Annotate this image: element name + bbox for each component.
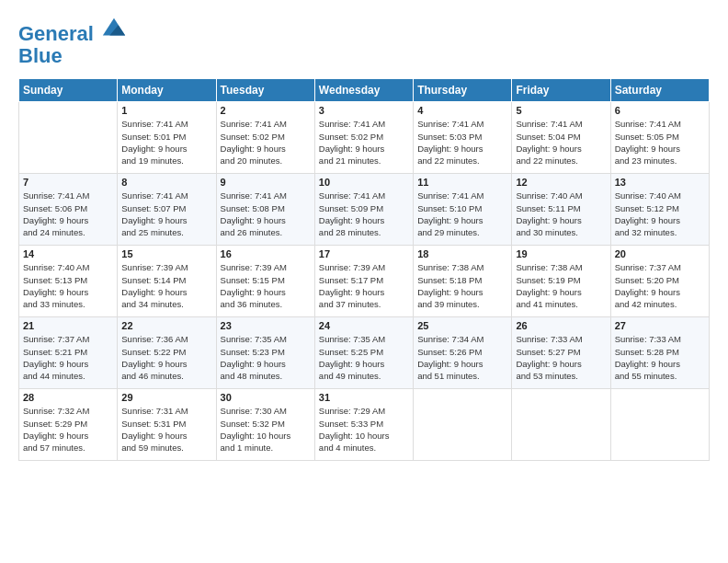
day-detail: Sunrise: 7:39 AMSunset: 5:14 PMDaylight:… [121, 261, 211, 310]
calendar-header-row: SundayMondayTuesdayWednesdayThursdayFrid… [19, 79, 710, 102]
calendar-cell: 11Sunrise: 7:41 AMSunset: 5:10 PMDayligh… [414, 174, 512, 246]
calendar-week-row: 14Sunrise: 7:40 AMSunset: 5:13 PMDayligh… [19, 246, 710, 317]
calendar-cell: 8Sunrise: 7:41 AMSunset: 5:07 PMDaylight… [118, 174, 216, 246]
day-number: 25 [417, 320, 507, 331]
day-detail: Sunrise: 7:41 AMSunset: 5:10 PMDaylight:… [417, 190, 507, 238]
day-detail: Sunrise: 7:41 AMSunset: 5:02 PMDaylight:… [319, 118, 409, 167]
day-number: 29 [121, 392, 211, 403]
calendar-header-cell: Saturday [610, 79, 709, 102]
calendar-week-row: 7Sunrise: 7:41 AMSunset: 5:06 PMDaylight… [19, 174, 710, 246]
calendar-cell [19, 102, 118, 174]
calendar-cell: 4Sunrise: 7:41 AMSunset: 5:03 PMDaylight… [414, 102, 512, 174]
day-detail: Sunrise: 7:34 AMSunset: 5:26 PMDaylight:… [417, 333, 507, 382]
calendar-cell: 16Sunrise: 7:39 AMSunset: 5:15 PMDayligh… [216, 246, 314, 317]
day-number: 27 [615, 320, 705, 331]
calendar-cell: 29Sunrise: 7:31 AMSunset: 5:31 PMDayligh… [118, 389, 216, 461]
calendar-cell: 24Sunrise: 7:35 AMSunset: 5:25 PMDayligh… [314, 317, 413, 389]
calendar-cell: 23Sunrise: 7:35 AMSunset: 5:23 PMDayligh… [216, 317, 314, 389]
calendar-cell: 28Sunrise: 7:32 AMSunset: 5:29 PMDayligh… [19, 389, 118, 461]
calendar-cell: 15Sunrise: 7:39 AMSunset: 5:14 PMDayligh… [118, 246, 216, 317]
calendar-header-cell: Friday [512, 79, 610, 102]
day-number: 13 [615, 177, 705, 188]
calendar-cell: 27Sunrise: 7:33 AMSunset: 5:28 PMDayligh… [610, 317, 709, 389]
calendar-cell: 12Sunrise: 7:40 AMSunset: 5:11 PMDayligh… [512, 174, 610, 246]
day-detail: Sunrise: 7:41 AMSunset: 5:04 PMDaylight:… [516, 118, 606, 167]
day-detail: Sunrise: 7:41 AMSunset: 5:06 PMDaylight:… [23, 190, 113, 238]
day-number: 2 [221, 105, 311, 116]
day-number: 8 [121, 177, 211, 188]
day-number: 31 [319, 392, 409, 403]
day-detail: Sunrise: 7:35 AMSunset: 5:23 PMDaylight:… [221, 333, 311, 382]
calendar-cell [610, 389, 709, 461]
day-number: 23 [221, 320, 311, 331]
calendar-week-row: 21Sunrise: 7:37 AMSunset: 5:21 PMDayligh… [19, 317, 710, 389]
day-number: 20 [615, 248, 705, 259]
day-detail: Sunrise: 7:37 AMSunset: 5:21 PMDaylight:… [23, 333, 113, 382]
calendar-header-cell: Tuesday [216, 79, 314, 102]
day-detail: Sunrise: 7:39 AMSunset: 5:15 PMDaylight:… [221, 261, 311, 310]
calendar-header-cell: Wednesday [314, 79, 413, 102]
day-detail: Sunrise: 7:32 AMSunset: 5:29 PMDaylight:… [23, 405, 113, 454]
day-number: 1 [121, 105, 211, 116]
day-detail: Sunrise: 7:41 AMSunset: 5:08 PMDaylight:… [221, 190, 311, 238]
day-detail: Sunrise: 7:40 AMSunset: 5:11 PMDaylight:… [516, 190, 606, 238]
logo-icon [101, 15, 127, 40]
day-number: 4 [417, 105, 507, 116]
calendar-cell: 30Sunrise: 7:30 AMSunset: 5:32 PMDayligh… [216, 389, 314, 461]
calendar-cell: 21Sunrise: 7:37 AMSunset: 5:21 PMDayligh… [19, 317, 118, 389]
calendar-cell [414, 389, 512, 461]
day-detail: Sunrise: 7:41 AMSunset: 5:01 PMDaylight:… [121, 118, 211, 167]
calendar-cell: 22Sunrise: 7:36 AMSunset: 5:22 PMDayligh… [118, 317, 216, 389]
calendar-cell: 14Sunrise: 7:40 AMSunset: 5:13 PMDayligh… [19, 246, 118, 317]
day-number: 6 [615, 105, 705, 116]
day-detail: Sunrise: 7:41 AMSunset: 5:05 PMDaylight:… [615, 118, 705, 167]
day-number: 30 [221, 392, 311, 403]
calendar-cell: 25Sunrise: 7:34 AMSunset: 5:26 PMDayligh… [414, 317, 512, 389]
calendar-cell: 19Sunrise: 7:38 AMSunset: 5:19 PMDayligh… [512, 246, 610, 317]
day-number: 24 [319, 320, 409, 331]
day-number: 22 [121, 320, 211, 331]
calendar-cell: 5Sunrise: 7:41 AMSunset: 5:04 PMDaylight… [512, 102, 610, 174]
day-number: 11 [417, 177, 507, 188]
day-number: 5 [516, 105, 606, 116]
page-container: General Blue SundayMondayTuesdayWednesda… [0, 0, 728, 470]
day-detail: Sunrise: 7:41 AMSunset: 5:09 PMDaylight:… [319, 190, 409, 238]
page-header: General Blue [18, 15, 710, 67]
day-number: 3 [319, 105, 409, 116]
day-detail: Sunrise: 7:40 AMSunset: 5:13 PMDaylight:… [23, 261, 113, 310]
logo-text: General Blue [18, 15, 127, 67]
day-detail: Sunrise: 7:38 AMSunset: 5:19 PMDaylight:… [516, 261, 606, 310]
day-detail: Sunrise: 7:30 AMSunset: 5:32 PMDaylight:… [221, 405, 311, 454]
calendar-header-cell: Thursday [414, 79, 512, 102]
day-number: 10 [319, 177, 409, 188]
calendar-body: 1Sunrise: 7:41 AMSunset: 5:01 PMDaylight… [19, 102, 710, 461]
day-detail: Sunrise: 7:41 AMSunset: 5:03 PMDaylight:… [417, 118, 507, 167]
day-detail: Sunrise: 7:35 AMSunset: 5:25 PMDaylight:… [319, 333, 409, 382]
day-number: 15 [121, 248, 211, 259]
day-number: 18 [417, 248, 507, 259]
day-detail: Sunrise: 7:33 AMSunset: 5:27 PMDaylight:… [516, 333, 606, 382]
day-detail: Sunrise: 7:29 AMSunset: 5:33 PMDaylight:… [319, 405, 409, 454]
calendar-cell: 18Sunrise: 7:38 AMSunset: 5:18 PMDayligh… [414, 246, 512, 317]
calendar-cell: 2Sunrise: 7:41 AMSunset: 5:02 PMDaylight… [216, 102, 314, 174]
day-number: 12 [516, 177, 606, 188]
day-number: 17 [319, 248, 409, 259]
day-number: 19 [516, 248, 606, 259]
day-number: 26 [516, 320, 606, 331]
calendar-cell [512, 389, 610, 461]
calendar-cell: 9Sunrise: 7:41 AMSunset: 5:08 PMDaylight… [216, 174, 314, 246]
day-number: 28 [23, 392, 113, 403]
calendar-week-row: 1Sunrise: 7:41 AMSunset: 5:01 PMDaylight… [19, 102, 710, 174]
calendar-cell: 10Sunrise: 7:41 AMSunset: 5:09 PMDayligh… [314, 174, 413, 246]
day-detail: Sunrise: 7:40 AMSunset: 5:12 PMDaylight:… [615, 190, 705, 238]
calendar-cell: 31Sunrise: 7:29 AMSunset: 5:33 PMDayligh… [314, 389, 413, 461]
day-number: 14 [23, 248, 113, 259]
calendar-cell: 17Sunrise: 7:39 AMSunset: 5:17 PMDayligh… [314, 246, 413, 317]
day-detail: Sunrise: 7:31 AMSunset: 5:31 PMDaylight:… [121, 405, 211, 454]
day-detail: Sunrise: 7:39 AMSunset: 5:17 PMDaylight:… [319, 261, 409, 310]
calendar-cell: 13Sunrise: 7:40 AMSunset: 5:12 PMDayligh… [610, 174, 709, 246]
day-number: 7 [23, 177, 113, 188]
calendar-cell: 26Sunrise: 7:33 AMSunset: 5:27 PMDayligh… [512, 317, 610, 389]
calendar-cell: 3Sunrise: 7:41 AMSunset: 5:02 PMDaylight… [314, 102, 413, 174]
day-detail: Sunrise: 7:36 AMSunset: 5:22 PMDaylight:… [121, 333, 211, 382]
